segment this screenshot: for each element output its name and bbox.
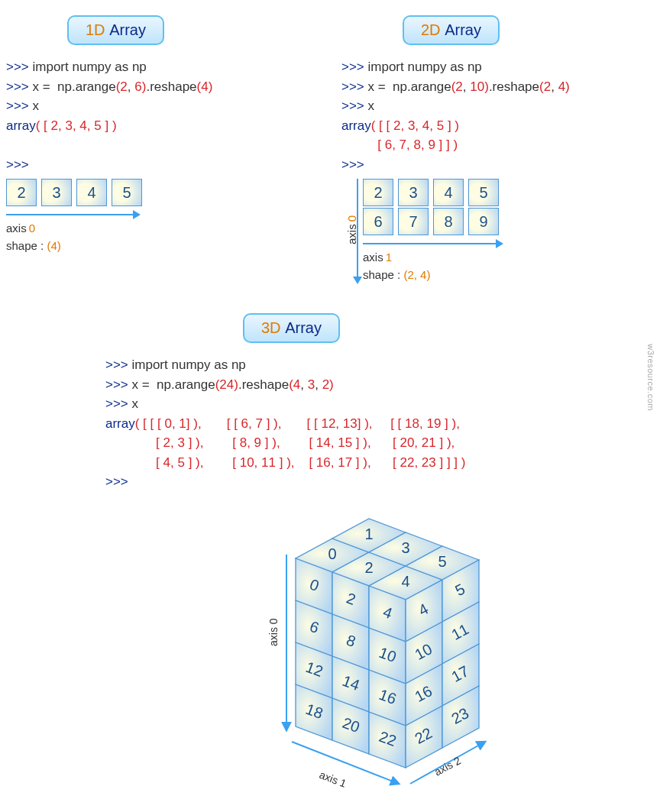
cube-label: 5 xyxy=(438,553,446,570)
axis0-label: axis 0 xyxy=(267,618,280,646)
cell: 2 xyxy=(363,179,393,206)
cell: 7 xyxy=(398,208,429,235)
cube-label: 0 xyxy=(328,545,336,562)
top-row: 1D Array >>> import numpy as np >>> x = … xyxy=(6,15,654,283)
title-badge-3d: 3D Array xyxy=(243,313,340,343)
cell: 5 xyxy=(112,179,142,206)
title-badge-2d: 2D Array xyxy=(403,15,500,45)
title-dim: 1D xyxy=(86,21,105,38)
cell: 9 xyxy=(468,208,499,235)
cell: 8 xyxy=(433,208,464,235)
title-word: Array xyxy=(285,319,322,336)
cube-svg: 024135024681012141618202245101116172223 … xyxy=(219,501,540,807)
code-1d: >>> import numpy as np >>> x = np.arange… xyxy=(6,57,319,174)
fig-1d: 2 3 4 5 axis0 shape : (4) xyxy=(6,179,319,252)
code-3d: >>> import numpy as np >>> x = np.arange… xyxy=(105,355,654,492)
cell: 5 xyxy=(468,179,499,206)
title-badge-1d: 1D Array xyxy=(67,15,164,45)
cell: 3 xyxy=(41,179,72,206)
axis2-label: axis 2 xyxy=(432,754,463,778)
title-dim: 2D xyxy=(421,21,441,38)
cube-label: 2 xyxy=(364,559,373,576)
credit: w3resource.com xyxy=(646,344,655,411)
axis0-label: axis0 xyxy=(345,215,358,244)
grid-2d: axis0 2 3 4 5 6 7 8 9 axi xyxy=(363,179,503,281)
cell: 6 xyxy=(363,208,393,235)
fig-2d: axis0 2 3 4 5 6 7 8 9 axi xyxy=(341,179,654,283)
axis0-label: axis0 xyxy=(6,222,319,235)
cell: 2 xyxy=(6,179,37,206)
cell: 3 xyxy=(398,179,429,206)
axis1-label: axis1 xyxy=(363,251,503,264)
axis1-label: axis 1 xyxy=(318,768,348,789)
cube-3d: 024135024681012141618202245101116172223 … xyxy=(219,501,540,807)
cube-label: 3 xyxy=(401,539,409,556)
cube-label: 1 xyxy=(364,526,373,542)
cube-label: 4 xyxy=(401,573,409,590)
title-word: Array xyxy=(445,21,481,38)
panel-2d: 2D Array >>> import numpy as np >>> x = … xyxy=(341,15,654,283)
code-2d: >>> import numpy as np >>> x = np.arange… xyxy=(341,57,654,174)
cell: 4 xyxy=(76,179,107,206)
axis0-arrow xyxy=(6,209,141,220)
cells-1d: 2 3 4 5 xyxy=(6,179,319,206)
panel-1d: 1D Array >>> import numpy as np >>> x = … xyxy=(6,15,319,283)
shape-2d: shape : (2, 4) xyxy=(363,268,503,281)
panel-3d: 3D Array >>> import numpy as np >>> x = … xyxy=(6,313,654,807)
cell: 4 xyxy=(433,179,464,206)
title-dim: 3D xyxy=(261,319,281,336)
title-word: Array xyxy=(109,21,146,38)
axis1-arrow xyxy=(363,238,503,249)
shape-1d: shape : (4) xyxy=(6,239,319,252)
